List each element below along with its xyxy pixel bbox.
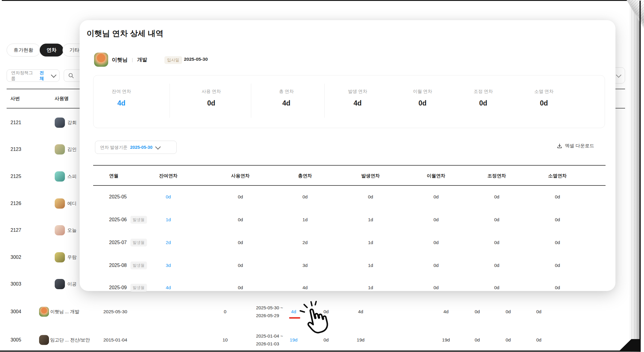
stat-value: 4d [91, 99, 151, 107]
employee-id: 2127 [11, 228, 21, 233]
accrual-month-badge: 발생월 [130, 216, 147, 224]
excel-download-button[interactable]: 엑셀 다운로드 [557, 143, 605, 149]
filter-pill-annual-leave[interactable]: 연차 [40, 44, 63, 57]
header-adjusted: 조정연차 [487, 173, 506, 179]
policy-group-label: 연차정책그룹 [11, 70, 37, 81]
stat-value: 0d [453, 99, 513, 107]
stat-label: 조정 연차 [453, 89, 513, 94]
accrual-basis-value: 2025-05-30 [130, 145, 152, 150]
stat-accrued: 발생 연차 4d [328, 89, 388, 107]
header-used: 사용연차 [231, 173, 250, 179]
remaining-leave: 3d [166, 263, 171, 268]
total-leave: 19d [357, 337, 365, 343]
carryover-leave: 0d [433, 285, 438, 290]
avatar [55, 171, 65, 182]
stat-value: 0d [392, 99, 453, 107]
header-carryover: 이월연차 [427, 173, 445, 179]
expired-leave: 0d [555, 285, 560, 290]
accrual-basis-dropdown[interactable]: 연차 발생기준 2025-05-30 [95, 141, 177, 154]
used-count: 0 [224, 309, 227, 314]
accrued-leave: 1d [368, 240, 373, 245]
carryover-leave: 0d [475, 309, 480, 314]
adjusted-leave: 0d [505, 337, 511, 343]
employee-id: 2123 [11, 147, 21, 152]
total-leave: 1d [302, 217, 307, 222]
excel-download-label: 엑셀 다운로드 [565, 143, 594, 149]
join-date-value: 2025-05-30 [184, 57, 208, 62]
stat-value: 0d [181, 99, 241, 107]
used-leave: 0d [323, 337, 328, 343]
accrued-leave: 19d [442, 337, 450, 343]
policy-group-dropdown[interactable]: 연차정책그룹 전체 [7, 69, 60, 82]
stat-adjusted: 조정 연차 0d [453, 89, 513, 107]
employee-department: 개발 [137, 57, 147, 63]
page: 휴가현황 연차 기타휴가 연차정책그룹 전체 사번 사원명 2121 강회 21… [0, 0, 644, 352]
join-date: 2025-05-30 [103, 309, 127, 314]
month-cell: 2025-05 [109, 194, 127, 200]
adjusted-leave: 0d [494, 263, 499, 268]
leave-period: 2025-01-04 ~ 2026-01-03 [256, 332, 283, 348]
stat-carryover: 이월 연차 0d [392, 89, 453, 107]
stat-divider [324, 84, 325, 118]
period-start: 2025-01-04 ~ [256, 332, 283, 340]
used-count: 10 [222, 337, 227, 343]
month-cell: 2025-06 발생월 [109, 216, 147, 224]
expired-leave: 0d [536, 309, 541, 314]
carryover-leave: 0d [433, 263, 438, 268]
accrued-leave: 0d [368, 194, 373, 200]
avatar [55, 198, 65, 209]
employee-info: 이햇님 | 개발 [112, 53, 147, 67]
remaining-leave-link[interactable]: 4d [291, 309, 296, 314]
stat-label: 사용 연차 [181, 89, 241, 94]
period-end: 2026-01-03 [256, 340, 283, 348]
period-start: 2025-05-30 ~ [256, 304, 283, 312]
filter-pill-vacation-status[interactable]: 휴가현황 [7, 44, 40, 57]
stat-label: 이월 연차 [392, 89, 453, 94]
employee-id: 3003 [11, 281, 21, 287]
modal-table-row: 2025-06 발생월 1d 0d 1d 1d 0d 0d 0d [93, 214, 606, 226]
stat-total: 총 연차 4d [256, 89, 316, 107]
employee-name: 강회 [67, 120, 77, 126]
adjusted-leave: 0d [494, 240, 499, 245]
accrual-month-badge: 발생월 [130, 239, 147, 246]
stat-value: 4d [256, 99, 316, 107]
modal-table-row: 2025-09 발생월 4d 0d 4d 1d 0d 0d 0d [93, 282, 606, 294]
employee-name: 오늘 [67, 227, 77, 234]
leave-period: 2025-05-30 ~ 2026-05-29 [256, 304, 283, 320]
accrued-leave: 1d [368, 263, 373, 268]
accrued-leave: 1d [368, 217, 373, 222]
modal-table-header: 연월 잔여연차 사용연차 총연차 발생연차 이월연차 조정연차 소멸연차 [93, 170, 606, 182]
accrued-leave: 4d [443, 309, 448, 314]
accrual-month-badge: 발생월 [130, 262, 147, 269]
employee-id: 3004 [11, 309, 21, 314]
stat-expired: 소멸 연차 0d [514, 89, 574, 107]
policy-group-value: 전체 [40, 70, 48, 81]
employee-id: 2121 [11, 120, 21, 125]
total-leave: 4d [302, 285, 307, 290]
search-icon [68, 73, 74, 78]
department: 개발 [70, 309, 79, 315]
remaining-leave: 2d [166, 240, 171, 245]
adjusted-leave: 0d [505, 309, 511, 314]
remaining-leave: 0d [166, 194, 171, 200]
page-edge-line [639, 1, 641, 351]
modal-title: 이햇님 연차 상세 내역 [87, 28, 163, 39]
employee-id: 3005 [11, 337, 21, 343]
header-expired: 소멸연차 [548, 173, 567, 179]
stat-remaining: 잔여 연차 4d [91, 89, 151, 107]
employee-name: 임고단 ... [50, 337, 69, 343]
carryover-leave: 0d [475, 337, 480, 343]
header-remaining: 잔여연차 [159, 173, 178, 179]
stat-divider [251, 84, 251, 118]
expired-leave: 0d [555, 240, 560, 245]
page-bottom-border [0, 350, 628, 352]
used-leave: 0d [238, 285, 243, 290]
header-month: 연월 [109, 173, 118, 179]
stat-value: 0d [514, 99, 574, 107]
download-icon [557, 143, 562, 149]
employee-id: 2126 [11, 201, 21, 206]
month-cell: 2025-07 발생월 [109, 239, 147, 246]
employee-avatar [94, 53, 108, 67]
remaining-leave-link[interactable]: 19d [290, 337, 298, 343]
page-curl-texture [629, 0, 641, 352]
